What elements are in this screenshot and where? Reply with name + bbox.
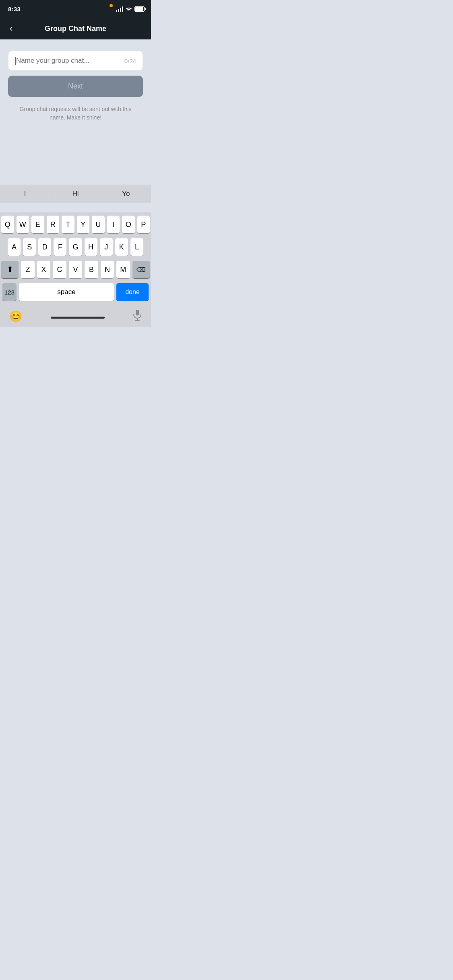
info-text: Group chat requests will be sent out wit… [8,105,143,122]
wifi-icon [126,6,132,11]
key-e[interactable]: E [31,216,44,233]
text-cursor [15,57,16,65]
key-d[interactable]: D [38,238,51,256]
home-indicator [51,317,105,319]
key-h[interactable]: H [85,238,97,256]
key-r[interactable]: R [47,216,60,233]
key-y[interactable]: Y [77,216,90,233]
autocomplete-bar: I Hi Yo [0,185,151,203]
key-z[interactable]: Z [21,261,34,278]
key-a[interactable]: A [8,238,21,256]
keyboard-row-1: Q W E R T Y U I O P [1,216,150,233]
mic-icon-svg [133,309,142,321]
autocomplete-item-2[interactable]: Hi [50,190,100,198]
key-o[interactable]: O [122,216,135,233]
done-key[interactable]: done [116,283,149,301]
emoji-button[interactable]: 😊 [9,310,22,323]
key-j[interactable]: J [100,238,113,256]
key-x[interactable]: X [37,261,50,278]
keyboard-row-3: ⬆ Z X C V B N M ⌫ [1,261,150,278]
status-bar: 8:33 [0,0,151,18]
key-p[interactable]: P [137,216,150,233]
delete-key[interactable]: ⌫ [132,261,150,278]
autocomplete-item-3[interactable]: Yo [101,190,151,198]
key-f[interactable]: F [54,238,66,256]
keyboard: Q W E R T Y U I O P A S D F G H J K L ⬆ … [0,212,151,327]
key-n[interactable]: N [101,261,114,278]
space-key[interactable]: space [19,283,114,301]
shift-arrow-icon: ⬆ [7,265,13,274]
group-name-input[interactable] [16,57,121,65]
key-l[interactable]: L [130,238,143,256]
key-q[interactable]: Q [1,216,14,233]
numbers-key[interactable]: 123 [2,283,17,301]
page-title: Group Chat Name [45,25,106,33]
keyboard-row-2: A S D F G H J K L [1,238,150,256]
key-w[interactable]: W [17,216,29,233]
key-c[interactable]: C [53,261,66,278]
shift-key[interactable]: ⬆ [1,261,19,278]
key-t[interactable]: T [62,216,74,233]
group-name-input-container[interactable]: 0/24 [8,51,143,71]
autocomplete-item-1[interactable]: I [0,190,50,198]
status-icons [116,6,145,12]
back-button[interactable]: ‹ [6,21,16,36]
status-time: 8:33 [8,6,21,12]
keyboard-bottom-bar: 😊 [1,306,150,327]
key-k[interactable]: K [115,238,128,256]
key-g[interactable]: G [69,238,82,256]
key-s[interactable]: S [23,238,36,256]
signal-bars-icon [116,6,123,12]
key-b[interactable]: B [85,261,98,278]
delete-icon: ⌫ [137,266,146,274]
orange-dot [110,4,113,7]
key-u[interactable]: U [92,216,105,233]
svg-rect-1 [136,310,139,315]
content-area: 0/24 Next Group chat requests will be se… [0,39,151,122]
svg-point-0 [128,10,129,11]
key-i[interactable]: I [107,216,120,233]
next-button[interactable]: Next [8,76,143,97]
key-v[interactable]: V [69,261,82,278]
char-count: 0/24 [124,58,136,64]
mic-button[interactable] [133,309,142,323]
key-m[interactable]: M [116,261,130,278]
nav-bar: ‹ Group Chat Name [0,18,151,39]
battery-icon [134,6,145,12]
keyboard-row-bottom: 123 space done [1,283,150,301]
